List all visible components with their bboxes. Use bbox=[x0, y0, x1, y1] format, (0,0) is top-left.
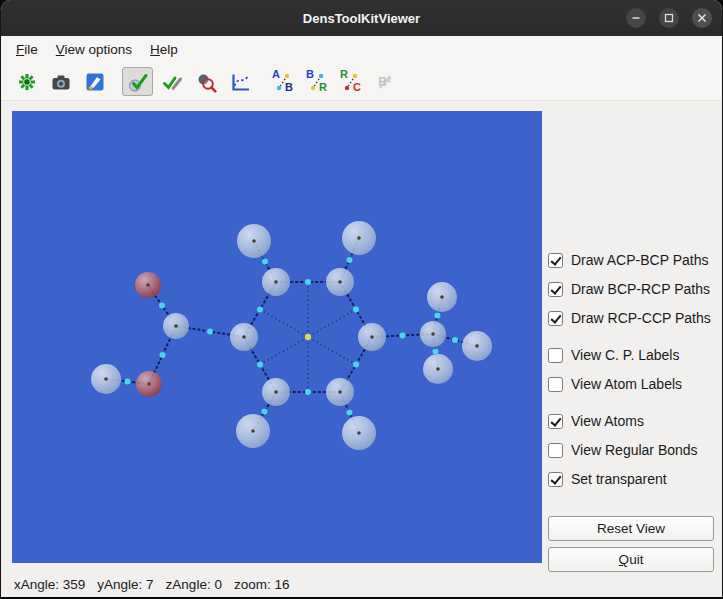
background-color-button[interactable] bbox=[79, 67, 110, 96]
acp-dot bbox=[338, 390, 342, 394]
menu-view-options[interactable]: View options bbox=[47, 38, 141, 61]
quit-button[interactable]: Quit bbox=[548, 547, 714, 572]
acp-dot bbox=[440, 295, 444, 299]
zoom-status: zoom: 16 bbox=[234, 577, 290, 592]
options-panel: Draw ACP-BCP Paths Draw BCP-RCP Paths Dr… bbox=[548, 101, 714, 572]
edit-check-button[interactable] bbox=[156, 67, 187, 96]
x-angle-status: xAngle: 359 bbox=[14, 577, 85, 592]
checkbox-icon bbox=[548, 282, 563, 297]
screenshot-button[interactable] bbox=[45, 67, 76, 96]
toggle-acp-bcp-button[interactable]: A B bbox=[267, 67, 298, 96]
menu-file[interactable]: File bbox=[7, 38, 47, 61]
bcp-dot bbox=[262, 409, 268, 415]
toggle-rcp-ccp-button[interactable]: R C bbox=[335, 67, 366, 96]
acp-dot bbox=[370, 335, 374, 339]
checkbox-label: View Atoms bbox=[571, 413, 644, 429]
ccp-glyph: C bbox=[353, 82, 361, 93]
minimize-icon bbox=[631, 13, 641, 23]
bcp-dot bbox=[125, 379, 131, 385]
acp-dot bbox=[357, 236, 361, 240]
settings-button[interactable] bbox=[11, 67, 42, 96]
checkbox-icon bbox=[548, 443, 563, 458]
app-window: DensToolKitViewer File View options Help bbox=[0, 0, 723, 599]
toolbar: A B B R R C B² bbox=[1, 63, 722, 101]
maximize-icon bbox=[664, 13, 674, 23]
bcp-dot bbox=[262, 259, 268, 265]
checkbox-label: Draw RCP-CCP Paths bbox=[571, 310, 711, 326]
quit-label: Quit bbox=[549, 552, 713, 567]
checkbox-view-regular-bonds[interactable]: View Regular Bonds bbox=[548, 439, 714, 461]
checkbox-draw-acp-bcp-paths[interactable]: Draw ACP-BCP Paths bbox=[548, 249, 714, 271]
acp-dot bbox=[431, 332, 435, 336]
b-squared-button[interactable]: B² bbox=[369, 67, 400, 96]
checkbox-icon bbox=[548, 377, 563, 392]
checkbox-icon bbox=[548, 414, 563, 429]
checkbox-label: Draw BCP-RCP Paths bbox=[571, 281, 710, 297]
acp-dot bbox=[146, 283, 150, 287]
acp-dot bbox=[436, 367, 440, 371]
molecule-viewport[interactable] bbox=[12, 111, 542, 563]
rcp-dot bbox=[305, 334, 311, 340]
bcp-glyph: B bbox=[306, 69, 314, 80]
camera-icon bbox=[50, 71, 72, 93]
bcp-dot bbox=[433, 349, 439, 355]
checkbox-view-atom-labels[interactable]: View Atom Labels bbox=[548, 373, 714, 395]
acp-dot bbox=[338, 280, 342, 284]
z-angle-status: zAngle: 0 bbox=[166, 577, 222, 592]
checkbox-label: Draw ACP-BCP Paths bbox=[571, 252, 708, 268]
minimize-button[interactable] bbox=[626, 8, 646, 28]
reset-view-label: Reset View bbox=[549, 521, 713, 536]
inspect-critical-points-button[interactable] bbox=[190, 67, 221, 96]
acp-dot bbox=[274, 280, 278, 284]
paint-icon bbox=[84, 71, 106, 93]
bcp-dot bbox=[305, 389, 311, 395]
bcp-dot bbox=[160, 352, 166, 358]
bcp-dot bbox=[207, 329, 213, 335]
rcp-glyph: R bbox=[340, 69, 348, 80]
molecule-canvas[interactable] bbox=[12, 111, 542, 563]
checkbox-icon bbox=[548, 348, 563, 363]
gear-icon bbox=[16, 71, 38, 93]
toggle-bcp-rcp-button[interactable]: B R bbox=[301, 67, 332, 96]
bcp-dot bbox=[347, 410, 353, 416]
maximize-button[interactable] bbox=[659, 8, 679, 28]
checkbox-icon bbox=[548, 253, 563, 268]
close-button[interactable] bbox=[692, 8, 712, 28]
check-sphere-icon bbox=[127, 71, 149, 93]
checkbox-icon bbox=[548, 472, 563, 487]
window-controls bbox=[626, 8, 712, 28]
acp-dot bbox=[252, 239, 256, 243]
bcp-glyph: B bbox=[285, 82, 293, 93]
acp-dot bbox=[147, 382, 151, 386]
bcp-dot bbox=[435, 313, 441, 319]
checkbox-set-transparent[interactable]: Set transparent bbox=[548, 468, 714, 490]
titlebar[interactable]: DensToolKitViewer bbox=[1, 0, 722, 36]
plot-icon bbox=[229, 71, 251, 93]
bcp-dot bbox=[257, 307, 263, 313]
content-area: Draw ACP-BCP Paths Draw BCP-RCP Paths Dr… bbox=[1, 101, 722, 572]
menu-help[interactable]: Help bbox=[141, 38, 187, 61]
menubar: File View options Help bbox=[1, 36, 722, 63]
checkbox-label: View Atom Labels bbox=[571, 376, 682, 392]
window-title: DensToolKitViewer bbox=[303, 11, 420, 26]
checkbox-draw-rcp-ccp-paths[interactable]: Draw RCP-CCP Paths bbox=[548, 307, 714, 329]
acp-dot bbox=[274, 390, 278, 394]
checkbox-icon bbox=[548, 311, 563, 326]
statusbar: xAngle: 359 yAngle: 7 zAngle: 0 zoom: 16 bbox=[1, 572, 722, 597]
checkbox-draw-bcp-rcp-paths[interactable]: Draw BCP-RCP Paths bbox=[548, 278, 714, 300]
bcp-dot bbox=[347, 257, 353, 263]
bcp-dot bbox=[452, 337, 458, 343]
bcp-dot bbox=[400, 333, 406, 339]
check-pencil-icon bbox=[161, 71, 183, 93]
plot-field-button[interactable] bbox=[224, 67, 255, 96]
toggle-view-atoms-button[interactable] bbox=[122, 67, 153, 96]
bcp-dot bbox=[353, 307, 359, 313]
reset-view-button[interactable]: Reset View bbox=[548, 516, 714, 541]
checkbox-view-cp-labels[interactable]: View C. P. Labels bbox=[548, 344, 714, 366]
bcp-dot bbox=[353, 362, 359, 368]
checkbox-view-atoms[interactable]: View Atoms bbox=[548, 410, 714, 432]
bcp-dot bbox=[159, 303, 165, 309]
checkbox-label: View C. P. Labels bbox=[571, 347, 679, 363]
acp-dot bbox=[174, 324, 178, 328]
acp-dot bbox=[242, 335, 246, 339]
